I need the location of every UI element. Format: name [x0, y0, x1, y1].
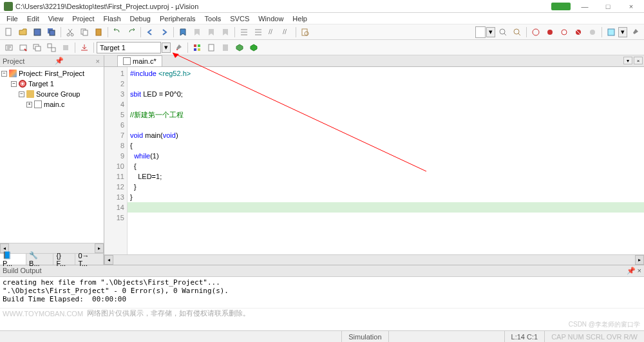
outdent-icon[interactable]: [252, 26, 265, 39]
svg-rect-7: [83, 30, 88, 35]
target-icon: [19, 80, 26, 88]
copy-icon[interactable]: [78, 26, 91, 39]
tree-group-label[interactable]: Source Group: [36, 90, 80, 98]
save-all-icon[interactable]: [45, 26, 58, 39]
status-bar: Simulation L:14 C:1 CAP NUM SCRL OVR R/W: [0, 330, 644, 342]
comment-icon[interactable]: //: [266, 26, 279, 39]
find-in-files-icon[interactable]: [299, 26, 312, 39]
target-select[interactable]: Target 1: [97, 42, 161, 53]
tab-project[interactable]: 📘 P...: [0, 254, 26, 265]
maximize-button[interactable]: □: [599, 2, 617, 11]
tab-books[interactable]: 🔧 B...: [26, 254, 53, 265]
debug-icon[interactable]: [529, 26, 542, 39]
pushpin-icon[interactable]: 📌: [627, 267, 636, 274]
menu-help[interactable]: Help: [289, 14, 311, 24]
chevron-down-icon[interactable]: ▾: [618, 27, 627, 37]
indent-icon[interactable]: [238, 26, 251, 39]
svg-point-13: [500, 29, 505, 34]
project-panel: Project 📌 × −Project: First_Project −Tar…: [0, 55, 104, 265]
bookmark-next-icon[interactable]: [205, 26, 218, 39]
new-file-icon[interactable]: [3, 26, 15, 39]
close-button[interactable]: ×: [622, 2, 640, 11]
stop-build-icon[interactable]: [59, 41, 72, 54]
menu-flash[interactable]: Flash: [100, 14, 125, 24]
code-editor[interactable]: 123456789101112131415 #include <reg52.h>…: [104, 67, 644, 254]
watermark-text: WWW.TOYMOBAN.COM: [3, 310, 83, 318]
svg-rect-32: [198, 48, 200, 51]
find-icon[interactable]: [497, 26, 509, 39]
bookmark-icon[interactable]: [176, 26, 189, 39]
build-output-text[interactable]: creating hex file from ".\Objects\First_…: [0, 277, 644, 308]
breakpoint-kill-icon[interactable]: [572, 26, 585, 39]
panel-close-icon[interactable]: ×: [638, 267, 641, 274]
paste-icon[interactable]: [92, 26, 105, 39]
bookmark-clear-icon[interactable]: [219, 26, 232, 39]
svg-rect-20: [608, 29, 614, 35]
menu-peripherals[interactable]: Peripherals: [156, 14, 200, 24]
menu-debug[interactable]: Debug: [126, 14, 155, 24]
menu-project[interactable]: Project: [68, 14, 98, 24]
breakpoint-icon[interactable]: [544, 26, 556, 39]
editor-dropdown-icon[interactable]: ▾: [623, 57, 632, 64]
runtime-env-icon[interactable]: [247, 41, 260, 54]
rebuild-icon[interactable]: [31, 41, 44, 54]
search-combo[interactable]: [475, 26, 486, 38]
bookmark-prev-icon[interactable]: [191, 26, 204, 39]
panel-close-icon[interactable]: ×: [95, 57, 101, 65]
menu-window[interactable]: Window: [254, 14, 287, 24]
configure-icon[interactable]: [629, 26, 641, 39]
svg-rect-25: [48, 44, 52, 48]
uncomment-icon[interactable]: //: [280, 26, 293, 39]
svg-text://: //: [269, 28, 273, 35]
menu-tools[interactable]: Tools: [201, 14, 225, 24]
window-title: C:\Users\32219\Desktop\test\First_Projec…: [15, 3, 551, 10]
breakpoint-enable-icon[interactable]: [586, 26, 599, 39]
chevron-down-icon[interactable]: ▾: [162, 43, 171, 53]
tree-file-label[interactable]: main.c: [44, 100, 64, 108]
manage-project-icon[interactable]: [191, 41, 204, 54]
code-content[interactable]: #include <reg52.h>sbit LED = P0^0;//新建第一…: [128, 67, 644, 254]
c-file-icon: [123, 57, 131, 65]
build-icon[interactable]: [17, 41, 30, 54]
nav-back-icon[interactable]: [144, 26, 156, 39]
tree-project-label[interactable]: Project: First_Project: [19, 70, 84, 77]
options-icon[interactable]: [172, 41, 185, 54]
breakpoint-disable-icon[interactable]: [558, 26, 571, 39]
editor-tab-mainc[interactable]: main.c*: [117, 55, 162, 66]
menu-svcs[interactable]: SVCS: [226, 14, 253, 24]
svg-rect-33: [209, 44, 214, 51]
chevron-down-icon[interactable]: ▾: [486, 27, 495, 37]
open-icon[interactable]: [17, 26, 30, 39]
menu-file[interactable]: File: [3, 14, 22, 24]
tab-functions[interactable]: {} F...: [53, 254, 75, 265]
cut-icon[interactable]: [64, 26, 77, 39]
editor-close-icon[interactable]: ×: [634, 57, 643, 64]
target-select-label: Target 1: [100, 44, 126, 52]
svg-rect-24: [35, 46, 41, 51]
window-layout-icon[interactable]: [605, 26, 618, 39]
tree-toggle[interactable]: −: [19, 91, 24, 97]
minimize-button[interactable]: —: [576, 2, 594, 11]
manage-books-icon[interactable]: [219, 41, 232, 54]
menu-view[interactable]: View: [44, 14, 68, 24]
undo-icon[interactable]: [111, 26, 124, 39]
translate-icon[interactable]: [3, 41, 15, 54]
svg-rect-26: [52, 48, 55, 52]
incremental-find-icon[interactable]: [511, 26, 524, 39]
pack-installer-icon[interactable]: [233, 41, 246, 54]
tree-toggle[interactable]: −: [11, 81, 17, 87]
pushpin-icon[interactable]: 📌: [55, 57, 64, 65]
file-ext-icon[interactable]: [205, 41, 218, 54]
batch-build-icon[interactable]: [45, 41, 58, 54]
save-icon[interactable]: [31, 26, 44, 39]
tree-target-label[interactable]: Target 1: [28, 80, 54, 88]
tab-templates[interactable]: 0→ T...: [75, 254, 104, 265]
project-tree[interactable]: −Project: First_Project −Target 1 −Sourc…: [0, 67, 104, 243]
redo-icon[interactable]: [125, 26, 138, 39]
editor-hscroll[interactable]: ◂▸: [104, 254, 644, 265]
tree-toggle[interactable]: +: [26, 102, 32, 108]
menu-edit[interactable]: Edit: [23, 14, 43, 24]
nav-fwd-icon[interactable]: [158, 26, 171, 39]
download-icon[interactable]: [78, 41, 91, 54]
tree-toggle[interactable]: −: [1, 71, 7, 77]
